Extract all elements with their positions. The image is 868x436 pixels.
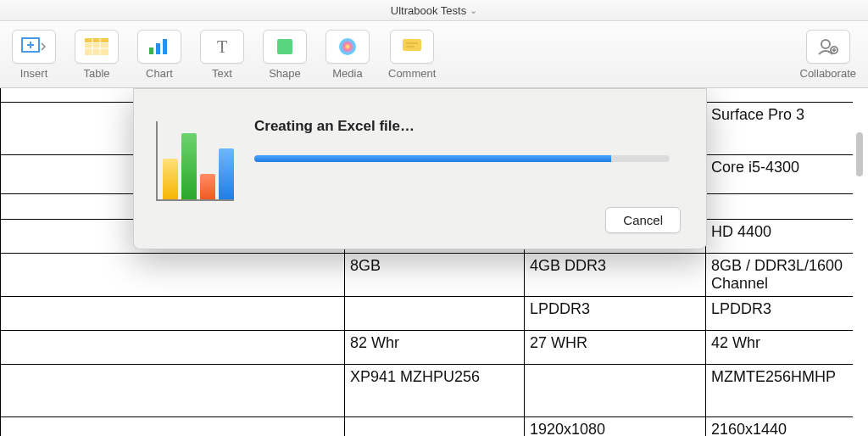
table-cell[interactable]: LPDDR3 bbox=[525, 297, 706, 331]
collaborate-icon bbox=[817, 37, 839, 56]
svg-rect-9 bbox=[156, 43, 160, 54]
comment-tool[interactable]: Comment bbox=[388, 30, 436, 80]
table-cell[interactable]: XP941 MZHPU256 bbox=[345, 365, 525, 417]
insert-tool[interactable]: Insert bbox=[12, 30, 56, 80]
table-cell[interactable] bbox=[525, 365, 706, 417]
table-cell[interactable] bbox=[1, 297, 345, 331]
table-cell[interactable]: 1920x1080 bbox=[525, 417, 706, 437]
svg-text:T: T bbox=[217, 37, 227, 56]
table-label: Table bbox=[83, 67, 109, 80]
comment-label: Comment bbox=[388, 67, 436, 80]
scrollbar-thumb[interactable] bbox=[856, 132, 863, 176]
table-cell[interactable]: 27 WHR bbox=[525, 331, 706, 365]
comment-icon bbox=[402, 38, 422, 55]
dialog-title: Creating an Excel file… bbox=[254, 118, 681, 135]
table-cell[interactable] bbox=[345, 417, 525, 437]
svg-rect-14 bbox=[403, 39, 421, 51]
table-row[interactable]: XP941 MZHPU256MZMTE256HMHP bbox=[1, 365, 869, 417]
toolbar: Insert Table Chart T Text Shape Media C bbox=[0, 21, 868, 88]
table-row[interactable]: 8GB4GB DDR38GB / DDR3L/1600 Channel bbox=[1, 254, 869, 297]
text-label: Text bbox=[212, 67, 232, 80]
table-cell[interactable] bbox=[1, 254, 345, 297]
table-cell[interactable]: 4GB DDR3 bbox=[525, 254, 706, 297]
svg-rect-10 bbox=[163, 39, 167, 54]
svg-rect-4 bbox=[85, 43, 108, 55]
shape-label: Shape bbox=[269, 67, 301, 80]
progress-bar bbox=[254, 155, 670, 162]
svg-rect-3 bbox=[85, 38, 108, 42]
media-tool[interactable]: Media bbox=[326, 30, 370, 80]
table-tool[interactable]: Table bbox=[75, 30, 119, 80]
progress-fill bbox=[254, 155, 611, 162]
numbers-app-icon bbox=[156, 113, 241, 206]
media-label: Media bbox=[332, 67, 362, 80]
insert-label: Insert bbox=[20, 67, 48, 80]
svg-point-13 bbox=[339, 38, 356, 55]
table-cell[interactable]: 42 Whr bbox=[706, 331, 869, 365]
table-cell[interactable]: HD 4400 bbox=[706, 220, 869, 254]
chart-label: Chart bbox=[146, 67, 173, 80]
table-cell[interactable]: Surface Pro 3 bbox=[706, 103, 869, 155]
table-cell[interactable] bbox=[706, 194, 869, 220]
chart-icon bbox=[147, 37, 171, 56]
media-icon bbox=[337, 36, 358, 57]
shape-tool[interactable]: Shape bbox=[263, 30, 307, 80]
window-titlebar: Ultrabook Tests ⌄ bbox=[0, 0, 868, 21]
export-progress-dialog: Creating an Excel file… Cancel bbox=[133, 88, 707, 249]
table-cell[interactable]: 82 Whr bbox=[345, 331, 525, 365]
table-cell[interactable]: Core i5-4300 bbox=[706, 155, 869, 194]
table-cell[interactable]: MZMTE256HMHP bbox=[706, 365, 869, 417]
chevron-down-icon[interactable]: ⌄ bbox=[470, 5, 477, 16]
insert-icon bbox=[21, 37, 47, 56]
text-icon: T bbox=[212, 37, 232, 56]
collaborate-tool[interactable]: Collaborate bbox=[800, 30, 857, 80]
table-cell[interactable] bbox=[1, 331, 345, 365]
svg-point-17 bbox=[821, 40, 830, 48]
table-icon bbox=[85, 38, 108, 55]
table-cell[interactable] bbox=[345, 297, 525, 331]
table-cell[interactable]: 8GB bbox=[345, 254, 525, 297]
table-cell[interactable] bbox=[1, 417, 345, 437]
shape-icon bbox=[275, 37, 294, 56]
collaborate-label: Collaborate bbox=[800, 67, 857, 80]
table-cell[interactable] bbox=[1, 365, 345, 417]
document-title[interactable]: Ultrabook Tests bbox=[391, 4, 466, 17]
table-cell[interactable] bbox=[706, 88, 869, 103]
vertical-scrollbar[interactable] bbox=[853, 88, 868, 436]
table-cell[interactable]: 2160x1440 bbox=[706, 417, 869, 437]
table-row[interactable]: LPDDR3LPDDR3 bbox=[1, 297, 869, 331]
text-tool[interactable]: T Text bbox=[200, 30, 244, 80]
cancel-button[interactable]: Cancel bbox=[605, 207, 681, 233]
spreadsheet-area[interactable]: Surface Pro 3Core i5-4300Atom X7-Z8700HD… bbox=[0, 88, 868, 436]
svg-rect-12 bbox=[277, 39, 292, 54]
chart-tool[interactable]: Chart bbox=[137, 30, 181, 80]
table-row[interactable]: 1920x10802160x1440 bbox=[1, 417, 869, 437]
table-cell[interactable]: 8GB / DDR3L/1600 Channel bbox=[706, 254, 869, 297]
svg-rect-8 bbox=[149, 48, 153, 54]
table-row[interactable]: 82 Whr27 WHR42 Whr bbox=[1, 331, 869, 365]
table-cell[interactable]: LPDDR3 bbox=[706, 297, 869, 331]
